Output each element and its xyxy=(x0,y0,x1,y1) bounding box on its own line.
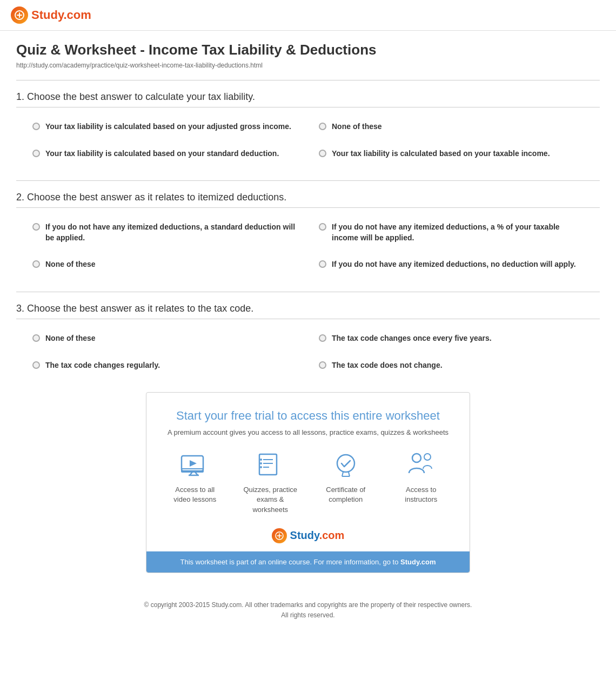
answer-option[interactable]: The tax code does not change. xyxy=(319,360,584,371)
answer-option[interactable]: None of these xyxy=(32,333,297,344)
answer-option[interactable]: If you do not have any itemized deductio… xyxy=(32,222,297,243)
feature-video-label: Access to all video lessons xyxy=(173,485,216,504)
answer-option[interactable]: If you do not have any itemized deductio… xyxy=(319,259,584,270)
feature-quiz: Quizzes, practice exams & worksheets xyxy=(238,450,303,515)
svg-point-11 xyxy=(260,459,262,461)
radio-button[interactable] xyxy=(319,223,326,231)
answer-option[interactable]: Your tax liability is calculated based o… xyxy=(319,149,584,159)
question-1-title: 1. Choose the best answer to calculate y… xyxy=(16,91,600,107)
svg-point-13 xyxy=(260,466,262,468)
feature-quiz-label: Quizzes, practice exams & worksheets xyxy=(238,485,303,515)
svg-line-15 xyxy=(342,472,343,476)
radio-button[interactable] xyxy=(319,334,326,342)
promo-logo-icon xyxy=(272,528,287,543)
answer-option[interactable]: The tax code changes regularly. xyxy=(32,360,297,371)
logo-icon xyxy=(11,6,28,24)
answer-option[interactable]: The tax code changes once every five yea… xyxy=(319,333,584,344)
radio-button[interactable] xyxy=(32,223,40,231)
answer-text: If you do not have any itemized deductio… xyxy=(45,222,297,243)
promo-footer: This worksheet is part of an online cour… xyxy=(146,551,470,572)
svg-line-16 xyxy=(349,472,350,476)
question-3: 3. Choose the best answer as it relates … xyxy=(16,303,600,376)
answer-text: Your tax liability is calculated based o… xyxy=(332,149,550,159)
question-2: 2. Choose the best answer as it relates … xyxy=(16,192,600,275)
promo-logo-text: Study.com xyxy=(290,529,345,542)
answer-option[interactable]: Your tax liability is calculated based o… xyxy=(32,122,297,132)
svg-point-18 xyxy=(412,454,421,462)
certificate-icon xyxy=(330,450,362,480)
answer-text: None of these xyxy=(45,259,96,270)
answer-text: The tax code changes regularly. xyxy=(45,360,160,371)
page-title: Quiz & Worksheet - Income Tax Liability … xyxy=(16,42,600,58)
features-grid: Access to all video lessons Quizzes, pra xyxy=(163,450,453,515)
radio-button[interactable] xyxy=(319,123,326,130)
radio-button[interactable] xyxy=(32,150,40,157)
answer-text: Your tax liability is calculated based o… xyxy=(45,122,291,132)
feature-video: Access to all video lessons xyxy=(163,450,227,515)
answer-text: If you do not have any itemized deductio… xyxy=(332,259,576,270)
answer-text: None of these xyxy=(45,333,96,344)
answer-text: Your tax liability is calculated based o… xyxy=(45,149,279,159)
question-2-title: 2. Choose the best answer as it relates … xyxy=(16,192,600,208)
page-url: http://study.com/academy/practice/quiz-w… xyxy=(16,62,600,69)
answer-text: If you do not have any itemized deductio… xyxy=(332,222,584,243)
copyright: © copyright 2003-2015 Study.com. All oth… xyxy=(16,589,600,631)
answer-option[interactable]: Your tax liability is calculated based o… xyxy=(32,149,297,159)
promo-box: Start your free trial to access this ent… xyxy=(146,392,470,573)
radio-button[interactable] xyxy=(319,260,326,268)
video-icon xyxy=(179,450,211,480)
radio-button[interactable] xyxy=(319,361,326,369)
feature-instructor: Access to instructors xyxy=(389,450,454,515)
radio-button[interactable] xyxy=(32,123,40,130)
svg-point-19 xyxy=(424,454,431,460)
feature-certificate: Certificate of completion xyxy=(313,450,378,515)
instructor-icon xyxy=(405,450,437,480)
radio-button[interactable] xyxy=(319,150,326,157)
question-1-answers: Your tax liability is calculated based o… xyxy=(16,116,600,164)
question-2-answers: If you do not have any itemized deductio… xyxy=(16,217,600,275)
answer-text: The tax code changes once every five yea… xyxy=(332,333,492,344)
logo-text: Study.com xyxy=(31,8,91,22)
svg-point-12 xyxy=(260,462,262,464)
answer-option[interactable]: None of these xyxy=(32,259,297,270)
radio-button[interactable] xyxy=(32,260,40,268)
radio-button[interactable] xyxy=(32,334,40,342)
svg-rect-7 xyxy=(259,454,277,475)
answer-option[interactable]: If you do not have any itemized deductio… xyxy=(319,222,584,243)
feature-instructor-label: Access to instructors xyxy=(405,485,437,504)
answer-option[interactable]: None of these xyxy=(319,122,584,132)
question-1: 1. Choose the best answer to calculate y… xyxy=(16,91,600,164)
question-3-answers: None of these The tax code changes once … xyxy=(16,328,600,376)
answer-text: The tax code does not change. xyxy=(332,360,443,371)
radio-button[interactable] xyxy=(32,361,40,369)
svg-point-14 xyxy=(337,455,354,472)
main-content: Quiz & Worksheet - Income Tax Liability … xyxy=(0,31,616,642)
answer-text: None of these xyxy=(332,122,382,132)
site-logo[interactable]: Study.com xyxy=(11,6,605,24)
svg-marker-6 xyxy=(190,460,197,467)
promo-logo: Study.com xyxy=(163,528,453,543)
promo-title: Start your free trial to access this ent… xyxy=(163,409,453,423)
promo-subtitle: A premium account gives you access to al… xyxy=(163,428,453,436)
header: Study.com xyxy=(0,0,616,31)
quiz-icon xyxy=(254,450,286,480)
feature-certificate-label: Certificate of completion xyxy=(326,485,365,504)
question-3-title: 3. Choose the best answer as it relates … xyxy=(16,303,600,319)
